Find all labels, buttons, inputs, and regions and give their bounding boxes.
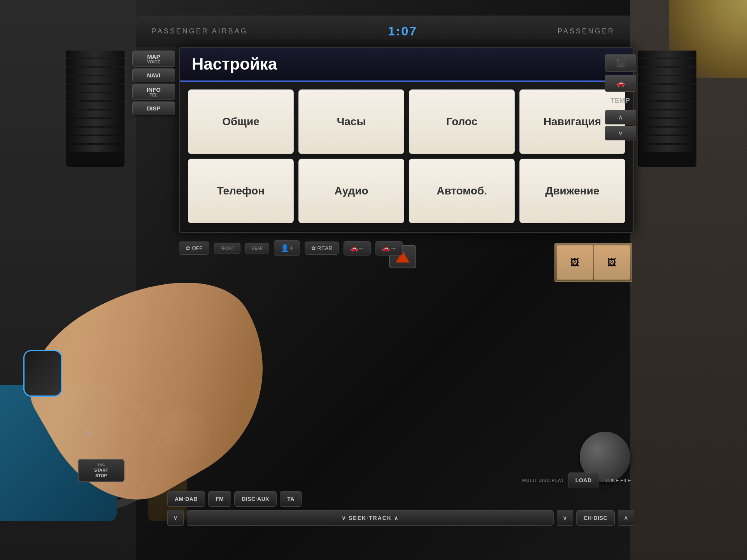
temp-label: TEMP	[605, 95, 636, 107]
seek-down-button[interactable]: ∨	[167, 510, 184, 526]
menu-telefon[interactable]: Телефон	[188, 159, 294, 223]
menu-chasy[interactable]: Часы	[298, 89, 404, 154]
rear-fan-button[interactable]: ✿ REAR	[305, 242, 339, 255]
vent-right	[638, 51, 696, 167]
seat-cool-button[interactable]: 🚗←	[344, 241, 371, 256]
menu-obshchie[interactable]: Общие	[188, 89, 294, 154]
push-start-button[interactable]: ENG START STOP	[78, 459, 124, 482]
ch-disc-up-button[interactable]: ∧	[618, 510, 634, 526]
info-tel-button[interactable]: INFO TEL	[132, 84, 175, 100]
menu-dvizhenie[interactable]: Движение	[519, 159, 625, 223]
screen-header: Настройка	[180, 48, 633, 82]
seek-track-row: ∨ ∨ SEEK·TRACK ∧ ∨ CH·DISC ∧	[167, 510, 634, 526]
disp-button[interactable]: DISP	[132, 102, 175, 115]
disc-controls-row: MULTI-DISC PLAY LOAD TUNE·FILE	[167, 472, 634, 488]
disc-aux-button[interactable]: DISC·AUX	[234, 491, 277, 507]
seat-heat-button[interactable]: 👤+	[274, 240, 300, 256]
bottom-panel: MULTI-DISC PLAY LOAD TUNE·FILE AM·DAB FM…	[167, 472, 634, 529]
ta-button[interactable]: TA	[280, 491, 302, 507]
vent-left	[66, 51, 124, 167]
defrost-btn-2[interactable]: 🚗	[605, 75, 636, 92]
top-strip: PASSENGER AIRBAG 1:07 PASSENGER	[136, 16, 630, 47]
fm-button[interactable]: FM	[208, 491, 231, 507]
menu-audio[interactable]: Аудио	[298, 159, 404, 223]
airbag-label-right: PASSENGER	[558, 27, 615, 35]
source-buttons-row: AM·DAB FM DISC·AUX TA	[167, 491, 634, 507]
religious-icons: 🖼 🖼	[554, 243, 632, 282]
screen-title: Настройка	[192, 55, 277, 73]
icon-frame-1: 🖼	[557, 245, 593, 280]
h4-label: H4	[86, 429, 93, 436]
fan-off-button[interactable]: ✿ OFF	[179, 242, 209, 255]
front-button[interactable]: FRONT	[214, 243, 240, 254]
map-voice-button[interactable]: MAP VOICE	[132, 51, 175, 67]
persons-watch	[23, 350, 62, 397]
temp-up-button[interactable]: ∧	[605, 110, 636, 124]
hvac-row: ✿ OFF FRONT REAR 👤+ ✿ REAR 🚗← 🚗→	[179, 240, 552, 256]
airbag-label-left: PASSENGER AIRBAG	[152, 27, 248, 35]
tune-file-label: TUNE·FILE	[602, 476, 634, 485]
load-button[interactable]: LOAD	[568, 472, 599, 488]
left-nav-buttons: MAP VOICE NAVI INFO TEL DISP	[132, 51, 175, 115]
right-controls: ⬛ 🚗 TEMP ∧ ∨	[605, 54, 636, 140]
rear-button[interactable]: REAR	[245, 243, 269, 254]
menu-golos[interactable]: Голос	[409, 89, 515, 154]
am-dab-button[interactable]: AM·DAB	[167, 491, 205, 507]
ch-disc-down-button[interactable]: ∨	[557, 510, 573, 526]
car-interior: PASSENGER AIRBAG 1:07 PASSENGER MAP VOIC…	[0, 0, 747, 560]
clock-display: 1:07	[388, 24, 417, 38]
ch-disc-button[interactable]: CH·DISC	[576, 510, 615, 526]
multi-disc-label: MULTI-DISC PLAY	[521, 477, 565, 483]
temp-down-button[interactable]: ∨	[605, 126, 636, 140]
navi-button[interactable]: NAVI	[132, 68, 175, 82]
temp-arrows: ∧ ∨	[605, 110, 636, 140]
seek-track-button[interactable]: ∨ SEEK·TRACK ∧	[187, 510, 554, 526]
screen-menu-grid: Общие Часы Голос Навигация Телефон Аудио…	[180, 82, 633, 231]
menu-avtomob[interactable]: Автомоб.	[409, 159, 515, 223]
push-start-label: ENG START STOP	[94, 463, 108, 478]
icon-frame-2: 🖼	[594, 245, 630, 280]
defrost-btn-1[interactable]: ⬛	[605, 54, 636, 72]
infotainment-screen: Настройка Общие Часы Голос Навигация Тел…	[179, 47, 634, 233]
seat-rear-button[interactable]: 🚗→	[375, 241, 403, 256]
